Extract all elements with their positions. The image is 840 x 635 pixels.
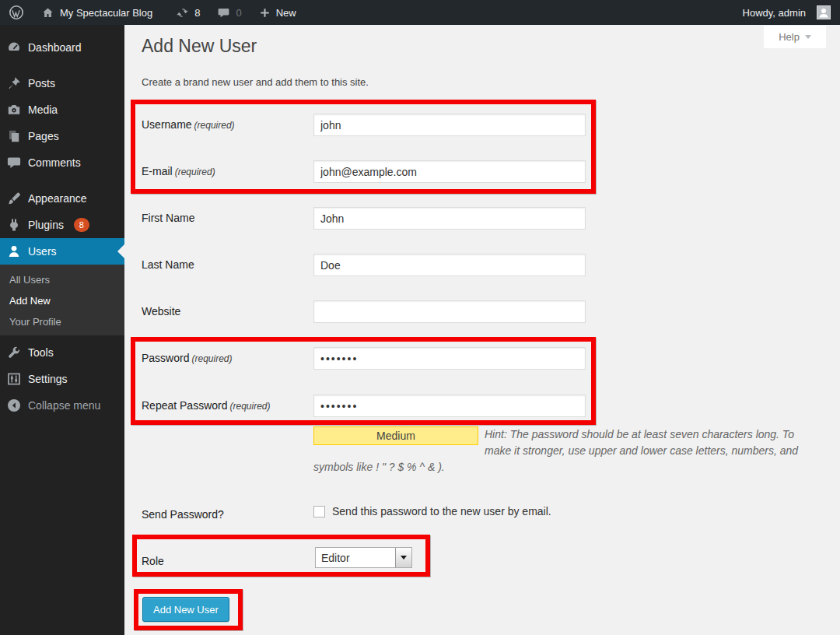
pages-icon xyxy=(6,128,22,144)
first-name-label: First Name xyxy=(142,212,194,224)
paintbrush-icon xyxy=(6,191,22,206)
admin-bar: My Spectacular Blog 8 0 New Howdy, admin xyxy=(0,0,840,25)
avatar xyxy=(817,5,831,19)
update-count: 8 xyxy=(194,7,200,19)
wordpress-logo-icon xyxy=(9,5,24,20)
sidebar-item-comments[interactable]: Comments xyxy=(0,149,124,176)
password-input[interactable] xyxy=(313,347,586,370)
sidebar-item-tools[interactable]: Tools xyxy=(0,339,124,366)
wp-logo-menu[interactable] xyxy=(0,0,33,25)
email-label: E-mail(required) xyxy=(142,165,215,177)
sidebar-item-settings[interactable]: Settings xyxy=(0,366,124,392)
sidebar-item-dashboard[interactable]: Dashboard xyxy=(0,34,124,61)
admin-sidebar: Dashboard Posts Media Pages xyxy=(0,25,124,635)
submenu-item-all-users[interactable]: All Users xyxy=(0,269,124,290)
send-password-checkbox[interactable] xyxy=(313,506,325,517)
sidebar-item-label: Comments xyxy=(28,156,81,169)
password-strength-meter: Medium xyxy=(313,426,478,445)
select-dropdown-button[interactable] xyxy=(395,548,411,567)
new-content-menu[interactable]: New xyxy=(250,0,305,25)
send-password-label: Send Password? xyxy=(142,508,224,521)
site-name-menu[interactable]: My Spectacular Blog xyxy=(33,0,161,25)
pushpin-icon xyxy=(6,75,22,91)
sidebar-item-label: Dashboard xyxy=(28,41,82,54)
site-name: My Spectacular Blog xyxy=(60,7,152,19)
sidebar-item-plugins[interactable]: Plugins 8 xyxy=(0,212,124,238)
users-submenu: All Users Add New Your Profile xyxy=(0,265,124,335)
dashboard-icon xyxy=(6,40,22,55)
plus-icon xyxy=(259,7,271,19)
sidebar-item-pages[interactable]: Pages xyxy=(0,123,124,149)
password-strength-section: Medium Hint: The password should be at l… xyxy=(313,426,805,475)
first-name-input[interactable] xyxy=(313,207,586,230)
submenu-item-your-profile[interactable]: Your Profile xyxy=(0,311,124,332)
sidebar-item-collapse-menu[interactable]: Collapse menu xyxy=(0,392,124,419)
update-icon xyxy=(176,6,189,19)
send-password-checkbox-label: Send this password to the new user by em… xyxy=(332,505,551,517)
chevron-down-icon xyxy=(805,35,811,39)
last-name-input[interactable] xyxy=(313,254,586,276)
sidebar-item-media[interactable]: Media xyxy=(0,96,124,123)
last-name-label: Last Name xyxy=(142,258,194,271)
page-title: Add New User xyxy=(142,36,257,57)
role-selected-value: Editor xyxy=(316,548,395,567)
sidebar-item-appearance[interactable]: Appearance xyxy=(0,185,124,212)
sidebar-item-posts[interactable]: Posts xyxy=(0,70,124,96)
email-input[interactable] xyxy=(313,160,586,183)
comment-icon xyxy=(217,6,230,19)
username-label: Username(required) xyxy=(142,118,235,131)
camera-icon xyxy=(6,102,22,118)
sidebar-item-label: Media xyxy=(28,103,58,116)
updates-menu[interactable]: 8 xyxy=(167,0,208,25)
comment-count: 0 xyxy=(236,7,241,19)
username-input[interactable] xyxy=(313,114,586,136)
comments-menu[interactable]: 0 xyxy=(208,0,250,25)
help-tab[interactable]: Help xyxy=(764,26,826,48)
plug-icon xyxy=(6,217,22,233)
repeat-password-label: Repeat Password(required) xyxy=(142,399,271,412)
submenu-item-add-new[interactable]: Add New xyxy=(0,290,124,311)
wrench-icon xyxy=(6,345,22,360)
howdy-text: Howdy, admin xyxy=(743,7,806,19)
collapse-icon xyxy=(6,398,22,413)
sidebar-item-users[interactable]: Users xyxy=(0,238,124,265)
role-select[interactable]: Editor xyxy=(315,547,412,568)
sliders-icon xyxy=(6,371,22,387)
comment-bubble-icon xyxy=(6,155,22,170)
account-menu[interactable]: Howdy, admin xyxy=(734,0,840,25)
sidebar-item-label: Collapse menu xyxy=(28,399,100,412)
sidebar-item-label: Appearance xyxy=(28,192,87,205)
chevron-down-icon xyxy=(401,556,407,560)
page-description: Create a brand new user and add them to … xyxy=(142,76,369,88)
sidebar-item-label: Users xyxy=(28,245,57,258)
plugins-update-badge: 8 xyxy=(74,218,89,232)
website-label: Website xyxy=(142,305,180,318)
send-password-field: Send this password to the new user by em… xyxy=(313,505,551,517)
sidebar-item-label: Posts xyxy=(28,77,55,89)
user-icon xyxy=(6,244,22,259)
website-input[interactable] xyxy=(313,300,586,323)
repeat-password-input[interactable] xyxy=(313,395,586,417)
sidebar-item-label: Tools xyxy=(28,346,54,359)
help-label: Help xyxy=(779,31,800,43)
sidebar-item-label: Pages xyxy=(28,130,59,142)
password-label: Password(required) xyxy=(142,352,233,364)
role-label: Role xyxy=(142,555,164,567)
sidebar-item-label: Plugins xyxy=(28,219,64,231)
new-label: New xyxy=(276,7,296,19)
sidebar-item-label: Settings xyxy=(28,373,68,385)
main-content: Help Add New User Create a brand new use… xyxy=(124,25,840,635)
home-icon xyxy=(41,6,54,19)
add-new-user-button[interactable]: Add New User xyxy=(142,597,229,622)
